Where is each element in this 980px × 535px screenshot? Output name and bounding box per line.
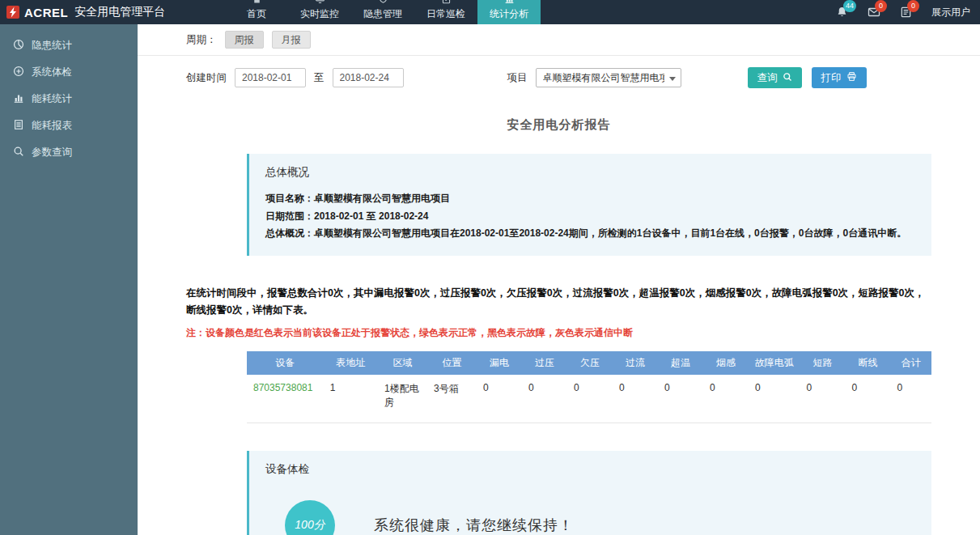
color-legend-note: 注：设备颜色是红色表示当前该设备正处于报警状态，绿色表示正常，黑色表示故障，灰色… <box>186 326 931 340</box>
brand-name: ACREL <box>24 6 68 19</box>
project-name-value: 卓顺塑模有限公司智慧用电项目 <box>314 193 450 204</box>
report-icon <box>13 119 24 133</box>
nav-label: 隐患管理 <box>363 7 402 21</box>
sidebar-item-label: 参数查询 <box>32 146 72 159</box>
device-id-link[interactable]: 87035738081 <box>247 375 324 423</box>
monthly-report-button[interactable]: 月报 <box>272 31 311 49</box>
col-header: 超温 <box>658 351 703 375</box>
overall-summary-label: 总体概况： <box>265 227 314 239</box>
action-buttons: 查询 打印 <box>748 67 867 88</box>
page-title: 安全用电管理平台 <box>74 5 165 19</box>
project-name-line: 项目名称：卓顺塑模有限公司智慧用电项目 <box>265 190 915 208</box>
cell-overtemp: 0 <box>658 375 703 423</box>
overall-summary-value: 卓顺塑模有限公司智慧用电项目在2018-02-01至2018-02-24期间，所… <box>314 227 906 239</box>
health-score-row: 100分 系统很健康，请您继续保持！ <box>265 487 915 535</box>
print-button[interactable]: 打印 <box>812 67 867 88</box>
col-header: 过流 <box>613 351 658 375</box>
nav-item-statistics-analysis[interactable]: 统计分析 <box>477 0 541 24</box>
nav-item-daily-inspection[interactable]: 日常巡检 <box>414 0 477 24</box>
form-badge: 0 <box>907 0 919 12</box>
period-row: 周期： 周报 月报 <box>138 24 980 55</box>
col-header: 表地址 <box>324 351 378 375</box>
main-nav: 首页 实时监控 隐患管理 日常巡检 统计分析 <box>225 0 541 24</box>
col-header: 过压 <box>522 351 567 375</box>
date-range-label: 日期范围： <box>265 210 314 222</box>
cell-area: 1楼配电房 <box>378 375 427 423</box>
clipboard-icon <box>441 0 452 7</box>
cell-total: 0 <box>891 375 931 423</box>
sidebar-item-label: 系统体检 <box>32 66 72 79</box>
sidebar-item-label: 隐患统计 <box>32 39 72 53</box>
date-range-value: 2018-02-01 至 2018-02-24 <box>314 210 428 222</box>
shield-icon <box>378 0 388 7</box>
report: 安全用电分析报告 总体概况 项目名称：卓顺塑模有限公司智慧用电项目 日期范围：2… <box>138 117 980 535</box>
date-from-input[interactable] <box>235 68 306 87</box>
bell-badge: 44 <box>843 0 856 12</box>
plus-circle-icon <box>13 66 24 79</box>
bell-icon[interactable]: 44 <box>836 6 848 19</box>
query-button[interactable]: 查询 <box>748 67 802 88</box>
form-icon[interactable]: 0 <box>900 6 912 19</box>
project-select[interactable]: 卓顺塑模有限公司智慧用电项目 <box>536 68 681 87</box>
printer-icon <box>846 71 857 84</box>
cell-leakage: 0 <box>477 375 522 423</box>
acrel-logo-icon <box>6 6 19 19</box>
col-header: 位置 <box>427 351 477 375</box>
brand: ACREL 安全用电管理平台 <box>0 0 202 24</box>
device-health-panel: 设备体检 100分 系统很健康，请您继续保持！ 共检查了7项，以下1项有隐患 V… <box>247 451 931 535</box>
col-header: 欠压 <box>567 351 613 375</box>
project-group: 项目 卓顺塑模有限公司智慧用电项目 <box>507 68 681 87</box>
cell-short-circuit: 0 <box>800 375 846 423</box>
weekly-report-button[interactable]: 周报 <box>225 31 264 49</box>
alarm-table: 设备 表地址 区域 位置 漏电 过压 欠压 过流 超温 烟感 故障电弧 短路 断… <box>247 351 931 423</box>
project-select-value: 卓顺塑模有限公司智慧用电项目 <box>543 71 664 85</box>
search-icon <box>13 146 24 159</box>
print-button-label: 打印 <box>821 71 842 85</box>
user-menu[interactable]: 展示用户 <box>931 6 970 19</box>
date-range-line: 日期范围：2018-02-01 至 2018-02-24 <box>265 208 915 226</box>
filter-row: 创建时间 至 项目 卓顺塑模有限公司智慧用电项目 查询 打印 <box>138 55 980 100</box>
overview-panel: 总体概况 项目名称：卓顺塑模有限公司智慧用电项目 日期范围：2018-02-01… <box>247 154 931 256</box>
nav-item-home[interactable]: 首页 <box>225 0 288 24</box>
mail-icon[interactable]: 0 <box>868 6 880 19</box>
sidebar-item-system-checkup[interactable]: 系统体检 <box>0 59 138 86</box>
monitor-icon <box>315 0 325 7</box>
cell-smoke: 0 <box>703 375 749 423</box>
main-content: 周期： 周报 月报 创建时间 至 项目 卓顺塑模有限公司智慧用电项目 查询 打印 <box>138 24 980 535</box>
search-icon <box>783 72 792 84</box>
cell-line-break: 0 <box>846 375 891 423</box>
query-button-label: 查询 <box>757 71 778 85</box>
sidebar-item-energy-report[interactable]: 能耗报表 <box>0 113 138 139</box>
nav-label: 统计分析 <box>490 7 528 21</box>
period-label: 周期： <box>186 33 217 47</box>
health-score-badge: 100分 <box>285 500 335 535</box>
date-to-input[interactable] <box>333 68 404 87</box>
sidebar-item-label: 能耗统计 <box>32 92 72 106</box>
cell-arc-fault: 0 <box>749 375 800 423</box>
health-message: 系统很健康，请您继续保持！ <box>374 516 574 535</box>
health-heading: 设备体检 <box>265 462 915 477</box>
overall-summary-line: 总体概况：卓顺塑模有限公司智慧用电项目在2018-02-01至2018-02-2… <box>265 225 915 243</box>
sidebar: 隐患统计 系统体检 能耗统计 能耗报表 参数查询 <box>0 24 138 535</box>
nav-label: 日常巡检 <box>426 7 465 21</box>
report-title: 安全用电分析报告 <box>186 117 931 133</box>
col-header: 合计 <box>891 351 931 375</box>
cell-undervoltage: 0 <box>567 375 613 423</box>
sidebar-item-hazard-statistics[interactable]: 隐患统计 <box>0 32 138 59</box>
project-label: 项目 <box>507 71 528 85</box>
pie-chart-icon <box>13 39 24 53</box>
cell-location: 3号箱 <box>427 375 477 423</box>
project-name-label: 项目名称： <box>265 193 314 204</box>
table-row: 87035738081 1 1楼配电房 3号箱 0 0 0 0 0 0 0 0 … <box>247 375 931 423</box>
created-time-label: 创建时间 <box>186 71 227 85</box>
sidebar-item-energy-statistics[interactable]: 能耗统计 <box>0 86 138 113</box>
nav-item-hazard-management[interactable]: 隐患管理 <box>351 0 414 24</box>
navbar-right: 44 0 0 展示用户 <box>836 0 980 24</box>
nav-item-realtime-monitor[interactable]: 实时监控 <box>288 0 351 24</box>
chart-icon <box>504 0 515 7</box>
col-header: 设备 <box>247 351 324 375</box>
col-header: 断线 <box>846 351 891 375</box>
nav-label: 首页 <box>247 7 266 21</box>
sidebar-item-parameter-query[interactable]: 参数查询 <box>0 139 138 166</box>
bar-chart-icon <box>13 92 24 106</box>
